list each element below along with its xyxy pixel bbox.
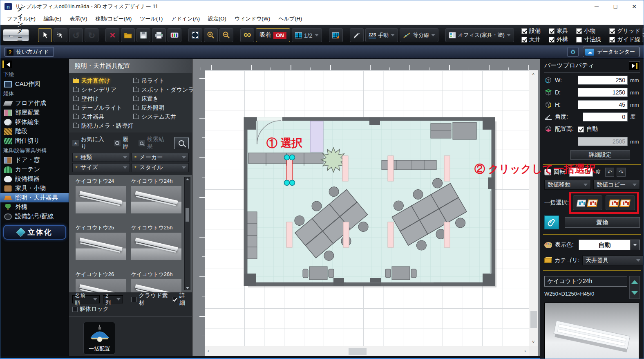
zoom-in-button[interactable] (204, 28, 218, 42)
divide-line-dropdown[interactable]: 等分線 (400, 28, 438, 42)
sidebar-item-room-layout[interactable]: 部屋配置 (0, 108, 69, 117)
layer-checkbox-grid[interactable]: グリッド (609, 27, 640, 35)
zoom-out-button[interactable] (219, 28, 233, 42)
list-item-keikoto26[interactable]: ケイコウトウ26 (76, 271, 126, 292)
sort-order-dropdown[interactable]: 名前順 (72, 295, 100, 303)
sidebar-item-equipment[interactable]: 設備機器 (0, 174, 69, 184)
vertical-scrollbar[interactable]: ˄ ˅ (529, 70, 538, 346)
scrollbar-thumb[interactable] (530, 311, 537, 328)
menu-window[interactable]: ウィンドウ(W) (230, 13, 274, 25)
filter-type-dropdown[interactable]: *種類 (72, 153, 130, 162)
light-fixture[interactable] (444, 156, 450, 181)
layer-checkbox-accessories[interactable]: 小物 (576, 27, 601, 35)
layer-checkbox-ceiling[interactable]: 天井 (521, 35, 541, 44)
columns-dropdown[interactable]: 2列 (103, 295, 123, 303)
selection-handle[interactable] (284, 180, 290, 186)
multi-select-tool-button[interactable] (54, 28, 67, 42)
fit-view-button[interactable] (188, 28, 202, 42)
plan-canvas[interactable]: ˄ ˅ ‹ › (192, 59, 540, 356)
rotate-right-button[interactable]: ↷ (617, 168, 626, 177)
layer-checkbox-exterior[interactable]: 外構 (549, 35, 568, 44)
view-mode-dropdown[interactable]: オフィス(家具・塗) (445, 28, 514, 42)
list-item-keikoto25[interactable]: ケイコウトウ25 (76, 224, 126, 271)
horizontal-scrollbar[interactable]: ‹ › (205, 346, 529, 356)
scrollbar-thumb[interactable] (349, 348, 367, 355)
chevron-down-icon[interactable] (631, 291, 638, 295)
cloud-material-checkbox[interactable]: クラウド素材 (131, 292, 169, 307)
tab-history[interactable]: 履歴 (114, 136, 134, 150)
part-cycle-buttons[interactable] (629, 276, 640, 299)
light-fixture[interactable] (343, 222, 349, 247)
menu-addin[interactable]: アドイン(A) (167, 13, 204, 25)
filter-style-dropdown[interactable]: *スタイル (132, 163, 189, 172)
settings-gears-button[interactable]: ⚙ (567, 47, 579, 57)
layer-checkbox-dimension-lines[interactable]: 寸法線 (576, 35, 601, 44)
delete-button[interactable]: × (105, 28, 119, 42)
replace-button[interactable]: 置換 (565, 217, 640, 228)
parts-list-scrollbar[interactable] (184, 177, 190, 290)
structure-lock-checkbox[interactable]: 躯体ロック (72, 305, 109, 313)
tab-favorites[interactable]: ★お気に入り (72, 136, 110, 150)
category-ceiling-mounted[interactable]: 天井直付け (73, 76, 133, 85)
category-wall-mounted[interactable]: 壁付け (73, 94, 133, 103)
undo-button[interactable]: ↺ (69, 28, 83, 42)
menu-edit[interactable]: 編集(E) (40, 13, 65, 25)
layer-checkbox-furniture[interactable]: 家具 (549, 27, 568, 35)
scroll-left-arrow-icon[interactable]: ‹ (208, 349, 209, 353)
sidebar-item-door-window[interactable]: ドア・窓 (0, 155, 69, 165)
category-dropdown[interactable]: 天井器具 (582, 256, 644, 265)
menu-tools[interactable]: ツール(T) (136, 13, 167, 25)
list-item-keikoto24[interactable]: ケイコウトウ24 (76, 177, 126, 224)
display-color-dropdown[interactable]: 自動 (579, 240, 640, 250)
numeric-copy-dropdown[interactable]: 数値コピー (593, 180, 640, 190)
numeric-input-dropdown[interactable]: 123 手動 (365, 28, 398, 42)
angle-input[interactable] (583, 112, 628, 121)
scroll-down-arrow-icon[interactable]: ˅ (532, 340, 534, 344)
sidebar-item-lighting-ceiling[interactable]: 照明・天井器具 (0, 193, 69, 202)
loop-button[interactable]: ∞ (240, 28, 254, 42)
sidebar-item-floor-create[interactable]: フロア作成 (0, 99, 69, 108)
selected-light-fixture[interactable] (287, 157, 292, 183)
filter-maker-dropdown[interactable]: *メーカー (132, 153, 189, 162)
maximize-button[interactable]: □ (606, 0, 625, 13)
detail-checkbox[interactable]: 詳細 (172, 292, 189, 307)
close-button[interactable]: ✕ (625, 0, 644, 13)
batch-place-button[interactable]: 一括配置 (83, 322, 115, 355)
scroll-right-arrow-icon[interactable]: › (524, 349, 526, 353)
selection-handle[interactable] (284, 155, 290, 160)
menu-move-copy[interactable]: 移動/コピー(M) (92, 13, 136, 25)
light-fixture[interactable] (342, 156, 348, 181)
category-table-light[interactable]: テーブルライト (73, 103, 133, 112)
snap-toggle-button[interactable]: 吸着 ON (256, 28, 290, 42)
light-fixture[interactable] (388, 222, 394, 247)
usage-guide-button[interactable]: ? 使い方ガイド (4, 47, 54, 57)
layer-checkbox-guide-lines[interactable]: ガイド線 (609, 35, 640, 44)
sidebar-item-structure-edit[interactable]: 躯体編集 (0, 117, 69, 127)
menu-settings[interactable]: 設定(O) (204, 13, 230, 25)
detail-settings-button[interactable]: 詳細設定 (570, 150, 630, 160)
redo-button[interactable]: ↻ (85, 28, 98, 42)
grid-settings-button[interactable] (329, 28, 343, 42)
batch-select-all-button[interactable] (606, 195, 635, 210)
selection-handle[interactable] (290, 180, 295, 186)
depth-input[interactable] (578, 88, 628, 97)
sidebar-item-curtain[interactable]: カーテン (0, 165, 69, 174)
export-image-button[interactable] (168, 28, 181, 42)
selection-handle[interactable] (290, 155, 295, 160)
open-file-button[interactable] (121, 28, 135, 42)
scroll-up-arrow-icon[interactable]: ˄ (532, 72, 534, 76)
toolbar-more-button[interactable] (642, 28, 644, 42)
list-item-keikoto25h[interactable]: ケイコウトウ25h (131, 224, 181, 271)
category-ceiling-fixture[interactable]: 天井器具 (73, 112, 133, 121)
light-fixture[interactable] (286, 222, 292, 247)
light-fixture[interactable] (388, 156, 394, 181)
numeric-move-dropdown[interactable]: 数値移動 (544, 180, 591, 190)
search-button[interactable] (174, 137, 189, 149)
print-button[interactable] (152, 28, 166, 42)
sidebar-item-stairs[interactable]: 階段 (0, 127, 69, 136)
select-tool-button[interactable] (38, 28, 52, 42)
list-item-keikoto24h[interactable]: ケイコウトウ24h (131, 177, 181, 224)
data-center-button[interactable]: ☁ データセンター (583, 47, 640, 57)
menu-help[interactable]: ヘルプ(H) (274, 13, 306, 25)
layer-checkbox-equipment[interactable]: 設備 (521, 27, 541, 35)
